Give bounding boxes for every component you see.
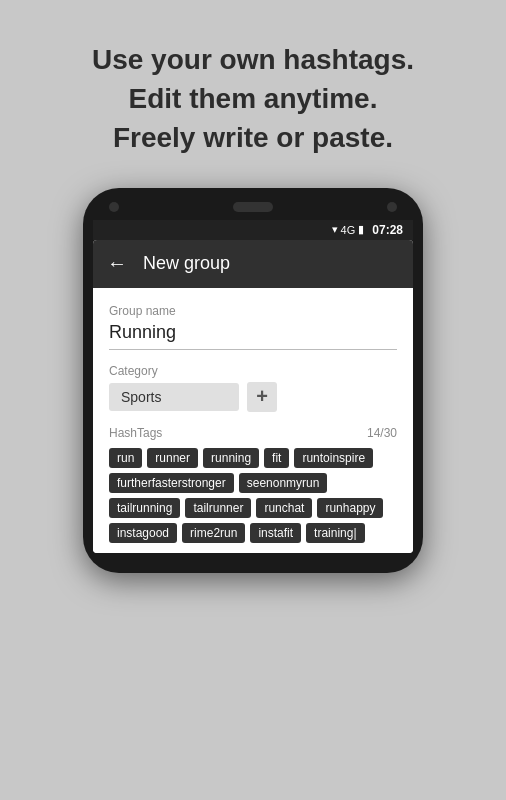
hashtag-tag[interactable]: furtherfasterstronger: [109, 473, 234, 493]
status-bar: ▾ 4G ▮ 07:28: [93, 220, 413, 240]
camera-right-icon: [387, 202, 397, 212]
phone-wrapper: ▾ 4G ▮ 07:28 ← New group Group name Runn…: [0, 188, 506, 800]
category-add-button[interactable]: +: [247, 382, 277, 412]
hashtag-tag[interactable]: rime2run: [182, 523, 245, 543]
hero-line3: Freely write or paste.: [113, 122, 393, 153]
category-label: Category: [109, 364, 397, 378]
hashtag-tag[interactable]: run: [109, 448, 142, 468]
tags-container: runrunnerrunningfitruntoinspirefurtherfa…: [109, 448, 397, 543]
speaker-icon: [233, 202, 273, 212]
category-select[interactable]: Sports: [109, 383, 239, 411]
battery-icon: ▮: [358, 223, 364, 236]
group-name-label: Group name: [109, 304, 397, 318]
toolbar-title: New group: [143, 253, 230, 274]
category-row: Sports +: [109, 382, 397, 412]
hashtag-tag[interactable]: seenonmyrun: [239, 473, 328, 493]
status-icons: ▾ 4G ▮: [332, 223, 365, 236]
wifi-icon: ▾: [332, 223, 338, 236]
hashtag-tag[interactable]: runchat: [256, 498, 312, 518]
hashtags-label: HashTags: [109, 426, 162, 440]
hashtag-tag[interactable]: instafit: [250, 523, 301, 543]
hashtag-tag[interactable]: runtoinspire: [294, 448, 373, 468]
hashtags-header: HashTags 14/30: [109, 426, 397, 440]
signal-label: 4G: [341, 224, 356, 236]
phone-device: ▾ 4G ▮ 07:28 ← New group Group name Runn…: [83, 188, 423, 573]
hashtag-tag[interactable]: runhappy: [317, 498, 383, 518]
hashtag-tag[interactable]: training: [306, 523, 364, 543]
camera-left-icon: [109, 202, 119, 212]
hashtag-tag[interactable]: tailrunning: [109, 498, 180, 518]
hashtag-tag[interactable]: fit: [264, 448, 289, 468]
hashtag-tag[interactable]: instagood: [109, 523, 177, 543]
hashtag-tag[interactable]: runner: [147, 448, 198, 468]
hashtag-tag[interactable]: tailrunner: [185, 498, 251, 518]
hero-section: Use your own hashtags. Edit them anytime…: [62, 0, 444, 188]
phone-top-bar: [93, 202, 413, 220]
app-content: Group name Running Category Sports + Has…: [93, 288, 413, 553]
group-name-input-row[interactable]: Running: [109, 322, 397, 350]
app-screen: ← New group Group name Running Category …: [93, 240, 413, 553]
hero-line1: Use your own hashtags.: [92, 44, 414, 75]
status-time: 07:28: [372, 223, 403, 237]
hashtag-tag[interactable]: running: [203, 448, 259, 468]
group-name-value[interactable]: Running: [109, 322, 397, 343]
app-toolbar: ← New group: [93, 240, 413, 288]
back-button[interactable]: ←: [107, 252, 127, 275]
hashtags-count: 14/30: [367, 426, 397, 440]
hero-line2: Edit them anytime.: [129, 83, 378, 114]
